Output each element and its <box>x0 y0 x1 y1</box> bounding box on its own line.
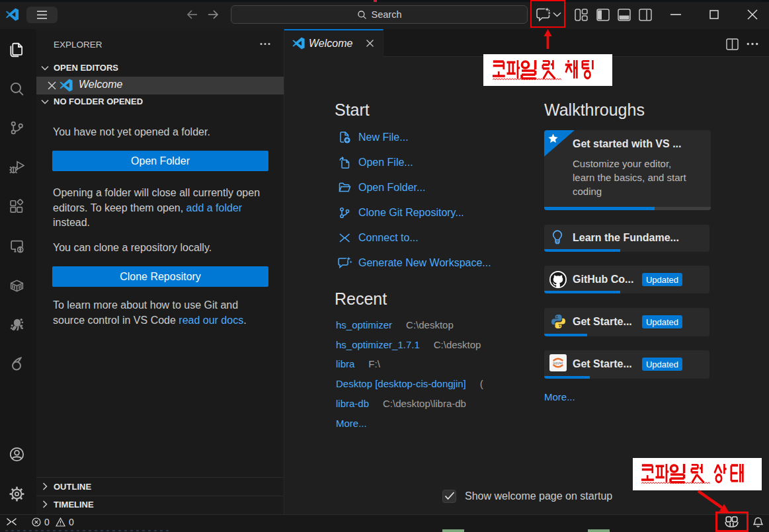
svg-text:jupyter: jupyter <box>552 361 563 365</box>
